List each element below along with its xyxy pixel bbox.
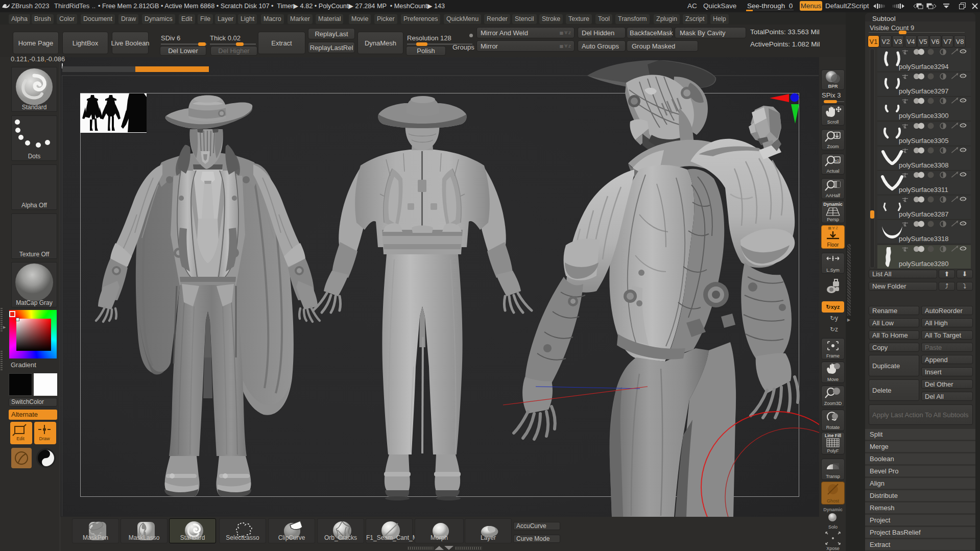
svg-text:x1: x1 [835, 158, 840, 163]
svg-text:Edit: Edit [16, 436, 25, 441]
svg-text:Draw: Draw [39, 436, 50, 441]
